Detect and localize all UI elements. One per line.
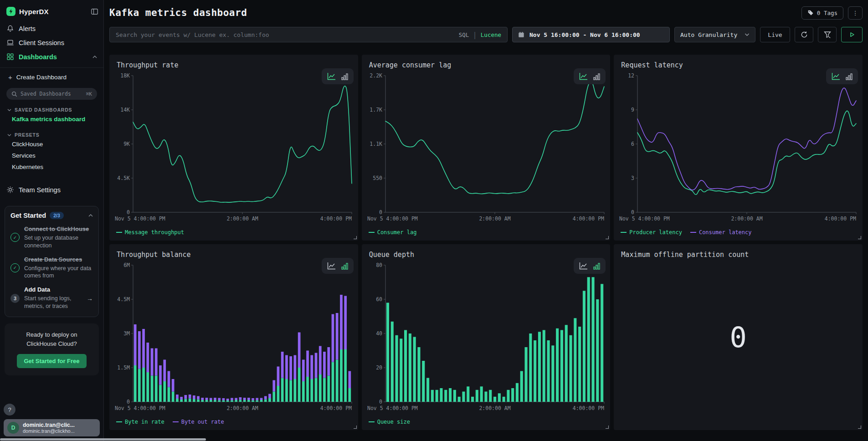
legend-swatch — [369, 421, 375, 422]
chart-title: Request latency — [621, 61, 683, 69]
legend-swatch — [116, 232, 122, 233]
get-started-title: Get Started — [10, 212, 46, 219]
get-started-free-button[interactable]: Get Started for Free — [17, 354, 86, 368]
bar-chart-icon[interactable] — [593, 262, 600, 270]
live-button[interactable]: Live — [760, 27, 790, 42]
sidebar: HyperDX Alerts Client Sessions Dashboard… — [0, 0, 104, 441]
line-chart-icon[interactable] — [579, 262, 588, 270]
get-started-item[interactable]: ✓ Connect to ClickHouse Set up your data… — [10, 226, 93, 250]
legend-item: Byte out rate — [173, 419, 224, 425]
chart-type-toggle[interactable] — [826, 68, 858, 84]
sql-mode-toggle[interactable]: SQL — [459, 31, 469, 38]
legend-swatch — [116, 421, 122, 422]
metric-value: 0 — [614, 244, 863, 430]
horizontal-scrollbar[interactable] — [0, 438, 206, 441]
chart-title: Queue depth — [369, 251, 414, 259]
chart-title: Maximum offline partition count — [621, 251, 749, 259]
event-search-input[interactable]: Search your events w/ Lucene ex. column:… — [109, 27, 508, 42]
svg-text:12: 12 — [628, 72, 634, 79]
shortcut-hint: ⌘K — [86, 91, 92, 97]
chart-panel-request-latency: Request latency 036912Nov 5 4:00:00 PM2:… — [614, 55, 863, 241]
chart-plot[interactable]: 01.5M3M4.5M6MNov 5 4:00:00 PM2:00:00 AM4… — [115, 262, 354, 415]
chart-plot[interactable]: 05501.1K1.7K2.2KNov 5 4:00:00 PM2:00:00 … — [367, 73, 606, 226]
cloud-card-line1: Ready to deploy on — [26, 331, 77, 338]
svg-text:2:00:00 AM: 2:00:00 AM — [731, 215, 763, 222]
sidebar-item-alerts[interactable]: Alerts — [0, 21, 103, 36]
chart-type-toggle[interactable] — [322, 258, 354, 274]
time-range-value: Nov 5 16:00:00 - Nov 6 16:00:00 — [529, 31, 640, 38]
svg-text:2:00:00 AM: 2:00:00 AM — [226, 405, 258, 411]
refresh-button[interactable] — [795, 27, 813, 42]
time-range-picker[interactable]: Nov 5 16:00:00 - Nov 6 16:00:00 — [512, 27, 670, 42]
chevron-up-icon — [92, 55, 97, 59]
resize-handle[interactable] — [354, 426, 357, 429]
svg-text:4:00:00 PM: 4:00:00 PM — [320, 215, 352, 222]
step-number-badge: 3 — [10, 294, 20, 303]
bar-chart-icon[interactable] — [593, 73, 600, 80]
granularity-select[interactable]: Auto Granularity — [674, 27, 755, 42]
svg-text:2:00:00 AM: 2:00:00 AM — [479, 215, 510, 222]
create-dashboard-button[interactable]: + Create Dashboard — [0, 71, 103, 84]
sidebar-item-clickhouse[interactable]: ClickHouse — [0, 138, 103, 150]
bar-chart-icon[interactable] — [341, 262, 348, 270]
section-saved-dashboards[interactable]: SAVED DASHBOARDS — [7, 107, 96, 113]
arrow-right-icon: → — [87, 295, 93, 302]
svg-text:Nov 5 4:00:00 PM: Nov 5 4:00:00 PM — [619, 215, 670, 222]
get-started-item[interactable]: 3 Add Data Start sending logs, metrics, … — [10, 286, 93, 310]
tags-button[interactable]: 0 Tags — [801, 6, 843, 20]
svg-text:80: 80 — [376, 262, 382, 268]
saved-dashboards-search-input[interactable]: Saved Dashboards ⌘K — [6, 88, 97, 100]
chart-type-toggle[interactable] — [574, 258, 606, 274]
resize-handle[interactable] — [606, 426, 609, 429]
page-title: Kafka metrics dashboard — [109, 7, 247, 18]
svg-text:6: 6 — [631, 141, 634, 147]
resize-handle[interactable] — [858, 236, 861, 239]
sidebar-item-kubernetes[interactable]: Kubernetes — [0, 161, 103, 173]
resize-handle[interactable] — [354, 236, 357, 239]
chart-grid: Throughput rate 04.5K9K14K18KNov 5 4:00:… — [109, 55, 863, 430]
filter-button[interactable] — [818, 27, 837, 42]
resize-handle[interactable] — [606, 236, 609, 239]
svg-text:2:00:00 AM: 2:00:00 AM — [226, 215, 258, 222]
line-chart-icon[interactable] — [327, 72, 336, 80]
chart-type-toggle[interactable] — [322, 68, 354, 84]
sidebar-item-dashboards[interactable]: Dashboards — [0, 50, 103, 64]
bar-chart-icon[interactable] — [341, 73, 348, 80]
sidebar-item-kafka-dashboard[interactable]: Kafka metrics dashboard — [0, 113, 103, 125]
bell-icon — [6, 25, 14, 32]
get-started-item[interactable]: ✓ Create Data Sources Configure where yo… — [10, 256, 93, 280]
legend-label: Byte in rate — [125, 419, 164, 425]
search-icon — [11, 91, 17, 97]
sidebar-item-team-settings[interactable]: Team Settings — [0, 183, 103, 197]
svg-text:20: 20 — [376, 364, 382, 371]
line-chart-icon[interactable] — [832, 72, 840, 80]
run-query-button[interactable] — [841, 27, 863, 42]
chart-type-toggle[interactable] — [574, 68, 606, 84]
chart-plot[interactable]: 020406080Nov 5 4:00:00 PM2:00:00 AM4:00:… — [367, 262, 606, 415]
more-options-button[interactable]: ⋮ — [848, 6, 863, 20]
legend-item: Queue size — [369, 419, 410, 425]
sidebar-item-services[interactable]: Services — [0, 150, 103, 161]
help-button[interactable]: ? — [4, 404, 15, 415]
dashboard-header: Kafka metrics dashboard 0 Tags ⋮ — [109, 6, 863, 20]
chevron-up-icon[interactable] — [88, 214, 93, 217]
sidebar-collapse-icon[interactable] — [91, 9, 98, 15]
user-menu[interactable]: D dominic.tran@clic... dominic.tran@clic… — [4, 419, 100, 436]
legend-swatch — [690, 232, 696, 233]
svg-text:Nov 5 4:00:00 PM: Nov 5 4:00:00 PM — [115, 405, 165, 411]
chart-plot[interactable]: 04.5K9K14K18KNov 5 4:00:00 PM2:00:00 AM4… — [115, 73, 354, 226]
line-chart-icon[interactable] — [327, 262, 336, 270]
svg-text:550: 550 — [373, 175, 382, 181]
chart-plot[interactable]: 036912Nov 5 4:00:00 PM2:00:00 AM4:00:00 … — [619, 73, 858, 226]
section-presets[interactable]: PRESETS — [7, 132, 96, 138]
chevron-down-icon — [7, 108, 11, 112]
resize-handle[interactable] — [858, 426, 861, 429]
line-chart-icon[interactable] — [579, 72, 588, 80]
granularity-value: Auto Granularity — [680, 31, 737, 38]
svg-text:2:00:00 AM: 2:00:00 AM — [479, 405, 510, 411]
sidebar-item-client-sessions[interactable]: Client Sessions — [0, 36, 103, 50]
bar-chart-icon[interactable] — [846, 73, 853, 80]
lucene-mode-toggle[interactable]: Lucene — [481, 31, 501, 38]
chevron-down-icon — [7, 133, 11, 137]
chart-legend: Consumer lag — [369, 229, 417, 236]
